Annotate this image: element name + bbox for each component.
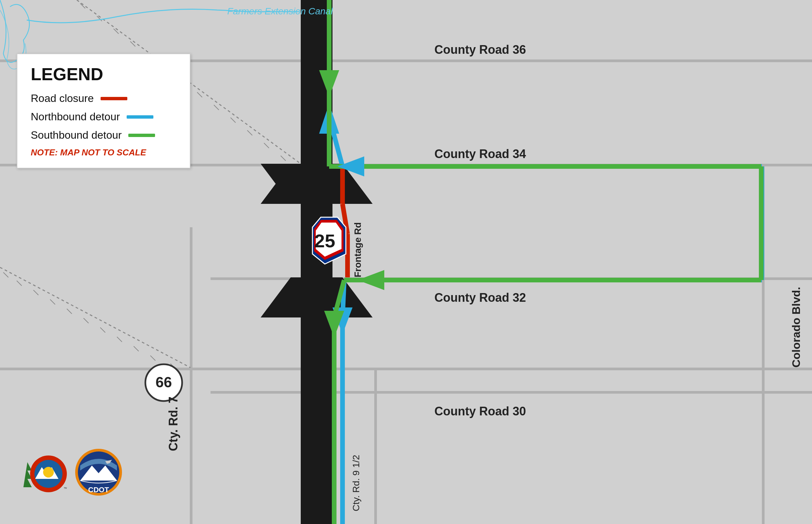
svg-marker-68: [324, 311, 344, 338]
svg-text:™: ™: [64, 486, 67, 491]
svg-line-56: [329, 117, 343, 166]
road-closure-line: [101, 97, 127, 100]
svg-line-41: [84, 318, 88, 323]
county-road-36-label: County Road 36: [434, 43, 526, 57]
svg-rect-10: [374, 370, 377, 524]
cty-rd-7-label: Cty. Rd. 7: [166, 351, 180, 451]
svg-line-35: [0, 267, 190, 367]
svg-line-22: [80, 3, 85, 9]
northbound-line: [127, 115, 153, 119]
svg-rect-12: [291, 164, 343, 204]
svg-rect-14: [291, 277, 343, 317]
legend-southbound: Southbound detour: [31, 129, 177, 141]
southbound-line: [128, 134, 155, 137]
svg-line-45: [150, 356, 155, 361]
svg-line-39: [50, 299, 55, 305]
colorado-logo: ™: [17, 447, 67, 497]
svg-marker-19: [261, 277, 291, 317]
svg-line-40: [67, 309, 72, 314]
svg-rect-15: [301, 317, 332, 524]
logos-area: ™ CDOT: [17, 447, 123, 497]
svg-line-52: [343, 280, 344, 317]
svg-line-23: [97, 16, 102, 21]
svg-line-36: [3, 272, 9, 277]
svg-line-31: [231, 118, 236, 122]
svg-line-44: [134, 346, 139, 351]
svg-line-24: [114, 29, 119, 34]
county-road-30-label: County Road 30: [434, 404, 526, 419]
svg-rect-5: [0, 367, 812, 370]
cty-rd-9-label: Cty. Rd. 9 1/2: [351, 384, 362, 511]
svg-line-33: [264, 143, 269, 148]
legend-northbound: Northbound detour: [31, 111, 177, 123]
cdot-logo: CDOT: [73, 447, 123, 497]
legend-box: LEGEND Road closure Northbound detour So…: [17, 53, 190, 168]
southbound-label: Southbound detour: [31, 129, 122, 141]
svg-line-43: [117, 337, 122, 342]
svg-rect-1: [211, 60, 812, 62]
svg-rect-9: [762, 164, 765, 524]
svg-marker-18: [261, 164, 291, 204]
frontage-rd-label: Frontage Rd: [352, 184, 363, 277]
colorado-blvd-label: Colorado Blvd.: [790, 200, 802, 367]
svg-rect-4: [211, 391, 812, 394]
canal-label: Farmers Extension Canal: [227, 6, 333, 17]
svg-line-37: [17, 281, 22, 286]
legend-road-closure: Road closure: [31, 92, 177, 104]
road-closure-label: Road closure: [31, 92, 94, 104]
legend-note: NOTE: MAP NOT TO SCALE: [31, 147, 177, 158]
svg-line-30: [214, 105, 219, 110]
svg-rect-13: [301, 204, 332, 277]
svg-line-32: [247, 130, 252, 135]
svg-marker-60: [319, 70, 339, 97]
svg-text:CDOT: CDOT: [88, 486, 109, 494]
svg-marker-58: [332, 308, 352, 334]
svg-line-34: [281, 156, 286, 161]
svg-rect-2: [211, 164, 812, 166]
svg-line-25: [130, 42, 135, 47]
svg-line-38: [33, 290, 38, 295]
svg-line-64: [334, 280, 344, 317]
svg-rect-3: [211, 277, 812, 280]
svg-marker-16: [261, 164, 291, 204]
svg-rect-8: [190, 227, 193, 524]
svg-line-42: [100, 327, 105, 332]
svg-point-75: [43, 467, 54, 477]
northbound-label: Northbound detour: [31, 111, 120, 123]
county-road-32-label: County Road 32: [434, 291, 526, 305]
svg-text:25: 25: [314, 230, 335, 251]
svg-marker-67: [337, 157, 364, 177]
svg-line-29: [197, 92, 202, 97]
svg-marker-20: [343, 277, 372, 317]
svg-line-49: [343, 204, 348, 234]
svg-rect-11: [301, 0, 332, 164]
county-road-34-label: County Road 34: [434, 147, 526, 161]
map-container: 25 66 County Road 36 County Road 34 Coun…: [0, 0, 812, 524]
svg-marker-57: [319, 103, 339, 134]
legend-title: LEGEND: [31, 64, 177, 84]
